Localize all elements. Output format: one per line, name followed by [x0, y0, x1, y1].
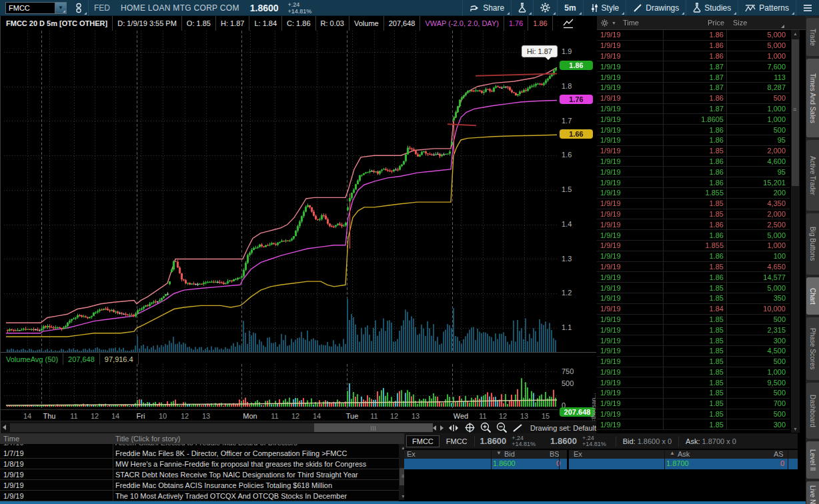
ts-col-time[interactable]: Time [623, 19, 639, 27]
last-price: 1.8600 [245, 3, 284, 13]
ts-dropdown-icon[interactable]: ▼ [612, 21, 616, 25]
style-sliders-icon [590, 3, 598, 13]
patterns-button[interactable]: Patterns [738, 0, 796, 16]
chart-header-segment: 207,648 [384, 16, 421, 31]
level2-quote-row[interactable]: 1.8600 0 1.8700 0 [404, 459, 798, 469]
bid-sort-icon: ▼ [496, 450, 502, 456]
style-button[interactable]: Style [584, 0, 626, 16]
gadget-tab-big-buttons[interactable]: Big Buttons [806, 213, 819, 275]
gadget-tab-phase-scores[interactable]: Phase Scores [806, 317, 819, 380]
ts-col-size[interactable]: Size [733, 19, 747, 27]
ts-row: 1/9/191.85350 [597, 293, 790, 304]
level2-col-ask[interactable]: Ask [678, 450, 690, 458]
timeframe-button[interactable]: 5m [558, 0, 582, 16]
news-row[interactable]: 1/8/19MW Here's a Fannie-Freddie fix pro… [0, 459, 399, 469]
news-col-title[interactable]: Title (Click for story) [113, 433, 180, 444]
ts-row: 1/9/191.864,600 [597, 157, 790, 167]
level2-bid-price: 1.8600 [493, 459, 516, 467]
main-price-chart[interactable] [4, 31, 558, 352]
pan-left-icon[interactable] [433, 425, 436, 431]
hamburger-icon [803, 4, 812, 12]
studies-button[interactable]: Studies [686, 0, 738, 16]
volume-subgraph[interactable] [4, 364, 558, 408]
gadget-tab-level-ii[interactable]: Level II [806, 441, 819, 479]
ts-row: 1/9/191.878,287 [597, 83, 790, 93]
news-row[interactable]: 1/9/19Freddie Mac Obtains ACIS Insurance… [0, 480, 399, 491]
level2-col-ex-left[interactable]: Ex [407, 450, 416, 458]
level2-col-bid[interactable]: Bid [504, 450, 515, 458]
level2-col-ex-right[interactable]: Ex [574, 450, 582, 458]
times-sales-rows: 1/9/191.865,0001/9/191.865,0001/9/191.86… [597, 30, 790, 433]
gadget-tab-dashboard[interactable]: Dashboard [806, 383, 819, 439]
chart-header-segment: D: 1/9/19 3:55 PM [113, 16, 182, 31]
chart-header-segment: C: 1.86 [282, 16, 315, 31]
news-row[interactable]: 1/7/19Freddie Mac Files 8K - Director, O… [0, 448, 399, 459]
pan-right-icon[interactable] [440, 425, 444, 431]
volume-tick-label: 500 [562, 379, 588, 387]
drawing-set-selector[interactable]: Drawing set: Default [530, 424, 603, 432]
times-sales-header: ▼ Time Price Size [597, 16, 806, 30]
time-tick-label: 12 [291, 412, 299, 420]
gadget-tab-active-trader[interactable]: Active Trader [806, 140, 819, 211]
symbol-combo[interactable]: ▼ [5, 2, 67, 14]
expand-bars-icon[interactable] [448, 422, 460, 434]
chart-header-segment: O: 1.85 [182, 16, 216, 31]
level2-last2: 1.8600 [545, 436, 582, 446]
symbol-link-button[interactable] [69, 0, 88, 16]
level2-ask-size: 0 [780, 459, 784, 467]
ts-scroll-down-icon[interactable]: ▼ [793, 427, 798, 431]
crosshair-icon[interactable] [464, 422, 476, 434]
zoom-out-icon[interactable] [496, 422, 508, 434]
zoom-in-icon[interactable] [480, 422, 492, 434]
news-row[interactable]: 1/9/19The 10 Most Actively Traded OTCQX … [0, 491, 399, 501]
news-row[interactable]: 1/9/19STACR Debt Notes Receive Top NAIC … [0, 469, 399, 480]
pane-splitter[interactable] [1, 352, 596, 353]
ts-scrollbar-thumb[interactable] [792, 39, 799, 186]
gear-icon [540, 3, 550, 13]
level2-change2: +.24+14.81% [582, 435, 616, 447]
chart-header-segment: Volume [349, 16, 384, 31]
symbol-input[interactable] [5, 2, 55, 14]
news-row-clipped[interactable]: 1/7/19Aleem Gillani Elected to Freddie M… [0, 444, 399, 448]
scroll-left-icon[interactable] [3, 425, 6, 430]
quick-study-button[interactable] [512, 0, 533, 16]
ts-scrollbar[interactable]: ▲ ▼ [791, 30, 800, 433]
chart-scrollbar-thumb[interactable]: ||| [314, 423, 433, 432]
chart-scrollbar[interactable]: ||| [10, 423, 430, 432]
news-col-time[interactable]: Time [0, 433, 113, 444]
chart-menu-button[interactable] [796, 0, 819, 16]
chart-header-segment: L: 1.84 [249, 16, 282, 31]
price-tick-label: 1.4 [562, 220, 592, 228]
gadget-tab-trade[interactable]: Trade [806, 18, 819, 56]
window-bottom-edge [0, 501, 806, 504]
gadget-tab-live-news[interactable]: Live News [806, 481, 819, 504]
chart-header-segment: H: 1.87 [216, 16, 249, 31]
drawing-set-label: Drawing set: Default [530, 424, 596, 432]
volume-pane-header: VolumeAvg (50) 207,648 97,916.4 [1, 353, 558, 365]
ts-row: 1/9/191.86051,000 [597, 114, 790, 125]
volume-value: 207,648 [63, 353, 100, 365]
ts-scroll-up-icon[interactable]: ▲ [793, 31, 798, 36]
time-tick-label: 12 [181, 412, 189, 420]
price-tick-label: 1.7 [562, 117, 592, 125]
drawings-button[interactable]: Drawings [626, 0, 686, 16]
patterns-label: Patterns [759, 3, 789, 13]
gadget-tab-times-and-sales[interactable]: Times And Sales [806, 59, 819, 137]
share-button[interactable]: Share [463, 0, 511, 16]
draw-line-icon[interactable] [512, 422, 524, 434]
chart-style-toggle[interactable] [561, 18, 576, 29]
gadget-tab-chart[interactable]: Chart [806, 277, 819, 315]
chart-settings-button[interactable] [534, 0, 557, 16]
price-tick-label: 1.8 [562, 82, 592, 90]
ts-row: 1/9/191.871,000 [597, 104, 790, 115]
volume-avg-label: VolumeAvg (50) [1, 353, 63, 365]
level2-bid-summary: Bid: 1.8600 x 0 [616, 436, 678, 447]
level2-col-bs[interactable]: BS [550, 450, 560, 458]
ts-col-price[interactable]: Price [708, 19, 724, 27]
ts-settings-icon[interactable] [601, 19, 608, 27]
ts-row: 1/9/191.865,000 [597, 41, 790, 51]
time-tick-label: 14 [111, 412, 119, 420]
level2-symbol-tab[interactable]: FMCC [406, 435, 440, 447]
level2-col-as[interactable]: AS [774, 450, 784, 458]
time-tick-label: Mon [243, 412, 257, 420]
